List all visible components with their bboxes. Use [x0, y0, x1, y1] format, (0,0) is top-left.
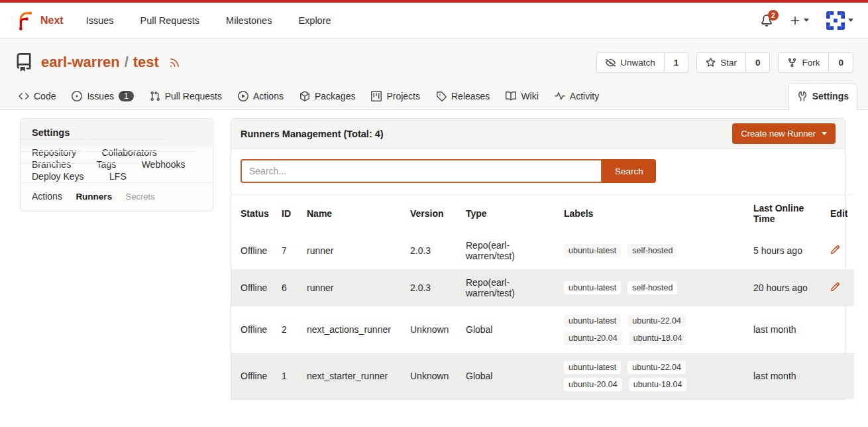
stars-count[interactable]: 0: [746, 52, 771, 73]
runner-type: Global: [461, 306, 559, 353]
tab-activity[interactable]: Activity: [547, 84, 607, 109]
label-badge: ubuntu-latest: [564, 314, 621, 328]
forks-count[interactable]: 0: [829, 52, 853, 73]
runner-type: Global: [461, 353, 559, 399]
navbar-right: 2: [761, 11, 853, 30]
runner-status: Offline: [231, 232, 276, 269]
table-row: Offline 6 runner 2.0.3 Repo(earl-warren/…: [231, 269, 854, 306]
forgejo-logo-icon: [15, 11, 34, 30]
runner-last-online: 5 hours ago: [748, 232, 825, 269]
col-last-online: Last Online Time: [748, 195, 825, 233]
runner-name: next_actions_runner: [301, 306, 405, 353]
repo-action-buttons: Unwatch 1 Star 0 Fork: [596, 52, 853, 73]
tag-icon: [436, 91, 447, 101]
runner-version: Unknown: [405, 306, 461, 353]
tab-releases[interactable]: Releases: [428, 84, 498, 109]
search-button[interactable]: Search: [602, 159, 656, 183]
sidebar-item-webhooks[interactable]: Webhooks: [131, 151, 197, 177]
runner-last-online: last month: [748, 306, 825, 353]
top-navbar: Next Issues Pull Requests Milestones Exp…: [0, 3, 868, 38]
avatar-identicon: [826, 11, 845, 30]
rss-icon[interactable]: [169, 57, 180, 68]
tab-settings[interactable]: Settings: [788, 84, 857, 110]
repo-header: earl-warren / test Unwatch 1: [0, 38, 868, 110]
tab-code[interactable]: Code: [11, 84, 64, 109]
runner-name: next_starter_runner: [301, 353, 405, 399]
nav-milestones[interactable]: Milestones: [226, 15, 272, 26]
tab-projects[interactable]: Projects: [363, 84, 428, 109]
runner-id: 1: [276, 353, 301, 399]
nav-explore[interactable]: Explore: [298, 15, 331, 26]
runner-last-online: 20 hours ago: [748, 269, 825, 306]
runner-type: Repo(earl-warren/test): [461, 232, 559, 269]
tab-actions[interactable]: Actions: [230, 84, 292, 109]
fork-icon: [787, 58, 797, 68]
nav-pull-requests[interactable]: Pull Requests: [140, 15, 199, 26]
col-version: Version: [405, 195, 461, 233]
issues-count-badge: 1: [119, 91, 134, 101]
edit-runner-button[interactable]: [830, 245, 840, 255]
runner-status: Offline: [231, 269, 276, 306]
tab-packages[interactable]: Packages: [292, 84, 363, 109]
book-icon: [506, 91, 516, 101]
col-labels: Labels: [559, 195, 748, 233]
edit-runner-button[interactable]: [830, 282, 840, 292]
notifications-button[interactable]: 2: [761, 15, 773, 27]
col-type: Type: [461, 195, 559, 233]
tab-issues[interactable]: Issues 1: [64, 84, 141, 109]
label-badge: ubuntu-latest: [564, 281, 621, 294]
brand-home-link[interactable]: Next: [15, 11, 64, 30]
repo-name-link[interactable]: test: [133, 54, 159, 71]
panel-title: Runners Management (Total: 4): [241, 129, 384, 139]
runner-type: Repo(earl-warren/test): [461, 269, 559, 306]
caret-down-icon: [804, 19, 809, 22]
search-input[interactable]: [241, 159, 602, 183]
create-new-runner-button[interactable]: Create new Runner: [732, 123, 836, 144]
code-icon: [19, 91, 29, 101]
create-new-dropdown[interactable]: [790, 15, 809, 26]
caret-down-icon: [822, 132, 827, 135]
watchers-count[interactable]: 1: [665, 52, 689, 73]
sidebar-item-deploy-keys[interactable]: Deploy Keys: [21, 163, 95, 189]
primary-nav: Issues Pull Requests Milestones Explore: [86, 15, 331, 26]
package-icon: [299, 91, 310, 101]
runner-id: 7: [276, 232, 301, 269]
table-row: Offline 1 next_starter_runner Unknown Gl…: [231, 353, 854, 399]
repo-icon: [15, 53, 33, 72]
project-board-icon: [371, 91, 382, 101]
runners-table: Status ID Name Version Type Labels Last …: [231, 194, 854, 399]
runner-id: 2: [276, 306, 301, 353]
label-badge: ubuntu-latest: [564, 244, 621, 257]
star-button[interactable]: Star: [696, 52, 746, 73]
unwatch-button[interactable]: Unwatch: [596, 52, 665, 73]
runner-version: Unknown: [405, 353, 461, 399]
runner-status: Offline: [231, 353, 276, 399]
label-badge: ubuntu-22.04: [627, 314, 686, 328]
runner-version: 2.0.3: [405, 269, 461, 306]
repo-tabs: Code Issues 1 Pull Requests Actions Pack…: [0, 77, 868, 110]
page-content: Settings Repository Collaborators Branch…: [0, 110, 868, 413]
tab-wiki[interactable]: Wiki: [498, 84, 546, 109]
notification-count-badge: 2: [768, 10, 779, 21]
col-id: ID: [276, 195, 301, 233]
sidebar-item-secrets[interactable]: Secrets: [115, 192, 155, 202]
breadcrumb-separator: /: [125, 54, 129, 71]
pencil-icon: [830, 245, 840, 255]
repo-owner-link[interactable]: earl-warren: [41, 54, 120, 71]
sidebar-item-lfs[interactable]: LFS: [98, 163, 138, 189]
sidebar-item-actions[interactable]: Actions: [32, 191, 62, 202]
col-status: Status: [231, 195, 276, 233]
user-menu[interactable]: [826, 11, 853, 30]
label-badge: ubuntu-latest: [564, 361, 621, 374]
table-row: Offline 2 next_actions_runner Unknown Gl…: [231, 306, 854, 353]
fork-button[interactable]: Fork: [778, 52, 829, 73]
label-badge: ubuntu-22.04: [627, 361, 686, 374]
plus-icon: [790, 15, 800, 26]
nav-issues[interactable]: Issues: [86, 15, 114, 26]
instance-title: Next: [40, 15, 64, 27]
runner-labels: ubuntu-latest self-hosted: [564, 244, 743, 257]
label-badge: ubuntu-20.04: [564, 332, 622, 345]
sidebar-item-runners[interactable]: Runners: [65, 192, 112, 202]
tab-pull-requests[interactable]: Pull Requests: [142, 84, 230, 109]
star-icon: [706, 58, 716, 68]
